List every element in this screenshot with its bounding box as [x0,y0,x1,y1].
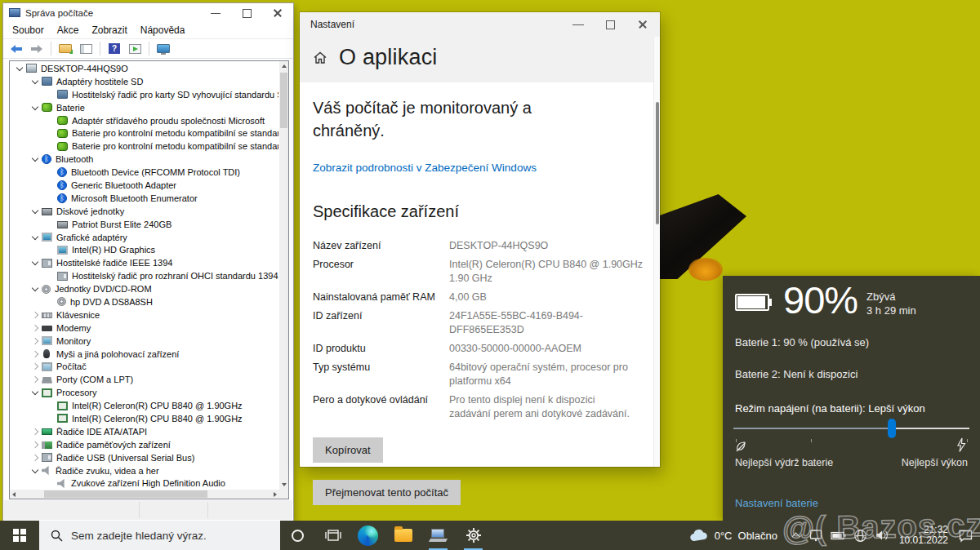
chevron-down-icon[interactable] [31,285,40,293]
menu-soubor[interactable]: Soubor [7,23,50,38]
maximize-button[interactable] [231,5,262,21]
chevron-down-icon[interactable] [31,388,40,397]
tree-item[interactable]: Intel(R) HD Graphics [11,243,278,256]
taskbar-search[interactable] [39,521,280,550]
window-action-icon[interactable] [127,41,143,57]
chevron-down-icon[interactable] [31,78,40,86]
action-center-icon[interactable] [958,529,973,543]
power-slider[interactable] [733,428,969,429]
tree-item[interactable]: Hostitelský řadič pro rozhraní OHCI stan… [11,269,278,282]
vertical-scrollbar[interactable] [279,61,288,490]
settings-scrollbar[interactable] [653,37,660,467]
tray-overflow-chevron-icon[interactable] [791,532,801,539]
chevron-right-icon[interactable] [31,441,40,449]
tree-item[interactable]: hp DVD A DS8A8SH [11,295,278,308]
vertical-scroll-thumb[interactable] [280,73,287,128]
tree-item[interactable]: Zvukové zařízení High Definition Audio [11,477,278,490]
tree-item[interactable]: Procesory [11,386,278,399]
tree-item[interactable]: Adaptéry hostitele SD [11,75,278,88]
tree-item[interactable]: Řadiče IDE ATA/ATAPI [11,425,278,438]
battery-settings-link[interactable]: Nastavení baterie [735,497,818,509]
tree-item[interactable]: Diskové jednotky [11,205,278,218]
clock[interactable]: 21:32 10.01.2022 [899,525,948,547]
battery-tray-icon[interactable] [831,530,846,541]
tree-item[interactable]: Patriot Burst Elite 240GB [11,218,278,231]
edge-button[interactable] [350,521,385,550]
chevron-down-icon[interactable] [31,259,40,267]
home-icon[interactable] [313,51,327,65]
export-icon[interactable] [57,41,74,57]
tree-item[interactable]: DESKTOP-44HQS9O [11,62,278,75]
scroll-right-icon[interactable] [274,492,277,497]
security-details-link[interactable]: Zobrazit podrobnosti v Zabezpečení Windo… [313,162,537,174]
tree-item[interactable]: Řadiče USB (Universal Serial Bus) [11,451,278,464]
settings-scroll-thumb[interactable] [656,102,659,224]
copy-button[interactable]: Kopírovat [313,437,383,463]
tree-item[interactable]: Jednotky DVD/CD-ROM [11,282,278,295]
scroll-up-icon[interactable] [282,64,287,68]
tree-item[interactable]: Řadiče zvuku, videa a her [11,464,278,477]
weather-widget[interactable]: 0°C Oblačno [689,529,777,543]
cortana-button[interactable] [280,521,315,550]
chevron-down-icon[interactable] [31,104,40,112]
tree-item[interactable]: Bluetooth [11,153,278,166]
horizontal-scroll-thumb[interactable] [44,490,207,498]
tree-item[interactable]: Bluetooth Device (RFCOMM Protocol TDI) [11,166,278,179]
file-explorer-button[interactable] [385,521,421,550]
chevron-down-icon[interactable] [31,207,40,215]
scroll-left-icon[interactable] [12,492,16,497]
tree-item[interactable]: Adaptér střídavého proudu společnosti Mi… [11,114,278,127]
tree-item[interactable]: Intel(R) Celeron(R) CPU B840 @ 1.90GHz [11,399,278,412]
tree-item[interactable]: Generic Bluetooth Adapter [11,179,278,192]
cast-icon[interactable] [808,529,823,542]
minimize-button[interactable] [562,14,595,35]
back-icon[interactable] [8,41,24,57]
rename-pc-button[interactable]: Přejmenovat tento počítač [313,480,461,505]
chevron-right-icon[interactable] [31,311,40,319]
tree-item[interactable]: Myši a jiná polohovací zařízení [11,348,278,361]
tree-item[interactable]: Řadiče paměťových zařízení [11,438,278,451]
task-view-button[interactable] [315,521,350,550]
tree-item[interactable]: Grafické adaptéry [11,231,278,244]
settings-button[interactable] [456,521,491,550]
tree-item[interactable]: Porty (COM a LPT) [11,373,278,386]
close-button[interactable] [627,14,660,35]
help-icon[interactable]: ? [106,41,122,57]
remote-monitor-icon[interactable] [155,41,172,57]
chevron-right-icon[interactable] [31,454,40,462]
tree-item[interactable]: Hostitelský řadič pro karty SD vyhovujíc… [11,88,278,101]
chevron-down-icon[interactable] [31,467,40,475]
menu-zobrazit[interactable]: Zobrazit [86,23,132,38]
menu-akce[interactable]: Akce [51,23,85,38]
chevron-down-icon[interactable] [31,233,40,242]
chevron-right-icon[interactable] [31,324,40,332]
tree-item[interactable]: Baterie [11,101,278,114]
tree-item[interactable]: Intel(R) Celeron(R) CPU B840 @ 1.90GHz [11,412,278,425]
tree-item[interactable]: Hostitelské řadiče IEEE 1394 [11,256,278,269]
maximize-button[interactable] [595,14,627,35]
computer-management-button[interactable] [421,521,456,550]
chevron-right-icon[interactable] [31,337,40,345]
tree-item[interactable]: Monitory [11,335,278,348]
menu-napoveda[interactable]: Nápověda [135,23,191,38]
volume-icon[interactable] [875,529,889,542]
panel-list-icon[interactable] [78,41,94,57]
tree-item[interactable]: Počítač [11,360,278,373]
chevron-right-icon[interactable] [31,350,40,358]
chevron-down-icon[interactable] [31,155,40,163]
search-input[interactable] [71,530,259,542]
chevron-right-icon[interactable] [31,375,40,384]
tree-item[interactable]: Baterie pro kontrolní metodu kompatibiln… [11,140,278,153]
chevron-right-icon[interactable] [31,362,40,370]
network-icon[interactable] [853,529,867,543]
power-slider-thumb[interactable] [888,419,896,438]
scroll-down-icon[interactable] [282,483,287,486]
horizontal-scrollbar[interactable] [10,490,279,499]
tree-item[interactable]: Microsoft Bluetooth Enumerator [11,192,278,205]
forward-icon[interactable] [29,41,45,57]
start-button[interactable] [0,521,39,550]
tree-item[interactable]: Baterie pro kontrolní metodu kompatibiln… [11,126,278,140]
chevron-down-icon[interactable] [16,64,24,73]
tree-item[interactable]: Klávesnice [11,308,278,322]
minimize-button[interactable] [200,5,231,21]
